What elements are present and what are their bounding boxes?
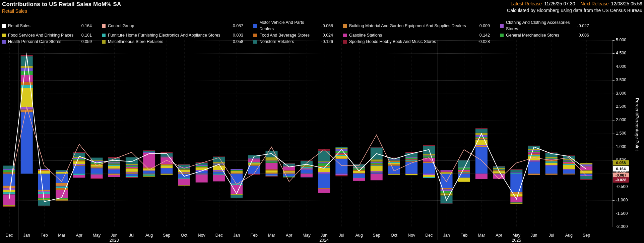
legend-item-label: Nonstore Retailers bbox=[259, 39, 294, 45]
x-axis-month-label: Feb bbox=[37, 233, 52, 238]
legend-item[interactable]: Gasoline Stations0.142 bbox=[343, 32, 500, 39]
legend-swatch-icon bbox=[102, 24, 106, 28]
legend-item[interactable]: Furniture Home Furnishing Electronics An… bbox=[102, 32, 253, 39]
y-axis-tick-label: -0.500 bbox=[616, 184, 634, 189]
x-axis-month-label: May bbox=[299, 233, 314, 238]
legend-swatch-icon bbox=[102, 40, 106, 44]
legend-item-value: -0.027 bbox=[575, 23, 589, 29]
legend-item[interactable]: Nonstore Retailers-0.126 bbox=[253, 39, 343, 45]
legend-item-label: Sporting Goods Hobby Book And Music Stor… bbox=[349, 39, 436, 45]
legend-item-value: 0.003 bbox=[230, 32, 243, 39]
next-release-label: Next Release bbox=[581, 1, 609, 6]
latest-release-value: 11/25/25 07:30 bbox=[544, 1, 575, 6]
y-axis-tick-label: 1.500 bbox=[616, 131, 634, 136]
x-axis-month-label: Jun bbox=[527, 233, 541, 238]
legend-item-label: Control Group bbox=[108, 23, 134, 29]
x-axis-month-label: Dec bbox=[422, 233, 436, 238]
x-axis-month-label: Aug bbox=[352, 233, 367, 238]
legend-swatch-icon bbox=[500, 24, 504, 28]
x-axis-month-label: Jan bbox=[439, 233, 454, 238]
y-axis-tick-label: 2.500 bbox=[616, 104, 634, 109]
legend-item[interactable]: Control Group-0.087 bbox=[102, 19, 253, 32]
legend-item[interactable]: Food And Beverage Stores0.024 bbox=[253, 32, 343, 39]
legend-item-value: 0.058 bbox=[230, 39, 243, 45]
legend-item-value: -0.087 bbox=[229, 23, 243, 29]
legend-item-label: Clothing And Clothing Accessories Stores bbox=[506, 19, 575, 32]
legend-item-value: 0.142 bbox=[477, 32, 490, 39]
legend-swatch-icon bbox=[253, 40, 257, 44]
x-axis-month-label: Sep bbox=[369, 233, 384, 238]
legend-item[interactable]: Food Services And Drinking Places0.101 bbox=[2, 32, 102, 39]
legend-item-value: 0.009 bbox=[477, 23, 490, 29]
legend-swatch-icon bbox=[2, 24, 6, 28]
last-value-badge: 0.164 bbox=[613, 166, 629, 172]
x-axis-month-label: Oct bbox=[387, 233, 401, 238]
legend-item-value: 0.164 bbox=[79, 23, 92, 29]
x-axis-month-label: Apr bbox=[492, 233, 506, 238]
legend-swatch-icon bbox=[343, 40, 347, 44]
legend-swatch-icon bbox=[2, 40, 6, 44]
legend-item-label: Motor Vehicle And Parts Dealers bbox=[259, 19, 319, 32]
x-axis-month-label: Jul bbox=[544, 233, 559, 238]
x-axis-month-label: Nov bbox=[404, 233, 419, 238]
page-title: Contributions to US Retail Sales MoM% SA bbox=[2, 1, 121, 8]
legend-item[interactable]: Retail Sales0.164 bbox=[2, 19, 102, 32]
legend-item-value: 0.024 bbox=[320, 32, 333, 39]
x-axis-month-label: Aug bbox=[562, 233, 576, 238]
y-axis-tick-label: 5.000 bbox=[616, 38, 634, 42]
legend-item-value: 0.059 bbox=[79, 39, 92, 45]
x-axis-month-label: Jan bbox=[229, 233, 244, 238]
legend-item[interactable]: Motor Vehicle And Parts Dealers-0.058 bbox=[253, 19, 343, 32]
x-axis-year-label: 2024 bbox=[314, 238, 334, 243]
legend-swatch-icon bbox=[253, 24, 257, 28]
release-info: Latest Release11/25/25 07:30Next Release… bbox=[511, 1, 642, 6]
x-axis-month-label: Feb bbox=[247, 233, 261, 238]
y-axis-tick-label: -1.500 bbox=[616, 211, 634, 216]
y-axis-tick-label: 3.500 bbox=[616, 78, 634, 82]
x-axis-month-label: Sep bbox=[579, 233, 594, 238]
legend-item-label: Food And Beverage Stores bbox=[259, 32, 310, 39]
y-axis-tick-label: 2.000 bbox=[616, 117, 634, 122]
legend-item-label: Miscellaneous Store Retailers bbox=[108, 39, 163, 45]
legend-item[interactable]: Health Personal Care Stores0.059 bbox=[2, 39, 102, 45]
y-axis-tick-label: 4.500 bbox=[616, 51, 634, 55]
legend-item-value: -0.126 bbox=[319, 39, 333, 45]
y-axis-tick-label: 4.000 bbox=[616, 64, 634, 69]
x-axis-month-label: Apr bbox=[282, 233, 297, 238]
x-axis-month-label: Jun bbox=[107, 233, 122, 238]
x-axis-month-label: Apr bbox=[72, 233, 86, 238]
legend-swatch-icon bbox=[2, 34, 6, 37]
legend-item[interactable]: Miscellaneous Store Retailers0.058 bbox=[102, 39, 253, 45]
last-value-badge: 0.058 bbox=[613, 160, 629, 165]
legend-item[interactable]: Building Material And Garden Equipment A… bbox=[343, 19, 500, 32]
next-release-value: 12/08/25 05:59 bbox=[611, 1, 642, 6]
legend-item-value: -0.058 bbox=[319, 23, 333, 29]
x-axis-month-label: Aug bbox=[142, 233, 156, 238]
legend-item-label: Retail Sales bbox=[8, 23, 30, 29]
x-axis-month-label: Jan bbox=[19, 233, 34, 238]
y-axis-tick-label: -1.000 bbox=[616, 198, 634, 202]
legend-item[interactable]: Sporting Goods Hobby Book And Music Stor… bbox=[343, 39, 500, 45]
legend-item[interactable]: General Merchandise Stores0.006 bbox=[500, 32, 599, 39]
legend-item[interactable]: Clothing And Clothing Accessories Stores… bbox=[500, 19, 599, 32]
source-note: Calculated by Bloomberg using data from … bbox=[507, 8, 642, 13]
x-axis-month-label: Dec bbox=[212, 233, 227, 238]
legend-item-label: Furniture Home Furnishing Electronics An… bbox=[108, 32, 220, 39]
x-axis-month-label: May bbox=[509, 233, 524, 238]
x-axis-year-label: 2025 bbox=[506, 238, 526, 243]
x-axis-month-label: Oct bbox=[177, 233, 192, 238]
x-axis-month-label: Mar bbox=[474, 233, 489, 238]
x-axis-month-label: May bbox=[89, 233, 104, 238]
legend-swatch-icon bbox=[343, 24, 347, 28]
legend-item-label: Building Material And Garden Equipment A… bbox=[349, 23, 466, 29]
legend-item-label: Food Services And Drinking Places bbox=[8, 32, 73, 39]
legend-item-value: 0.006 bbox=[576, 32, 589, 39]
legend-swatch-icon bbox=[102, 34, 106, 37]
x-axis-month-label: Jun bbox=[317, 233, 331, 238]
latest-release-label: Latest Release bbox=[511, 1, 542, 6]
x-axis-month-label: Jul bbox=[334, 233, 349, 238]
y-axis-title: Percent/Percentage Point bbox=[635, 98, 640, 151]
y-axis-tick-label: -2.000 bbox=[616, 224, 634, 229]
x-axis-month-label: Dec bbox=[2, 233, 17, 238]
x-axis-month-label: Sep bbox=[159, 233, 174, 238]
